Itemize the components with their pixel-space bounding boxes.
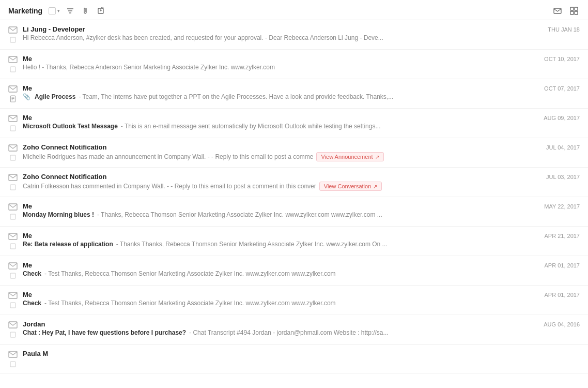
email-icon-area <box>8 114 18 132</box>
svg-rect-25 <box>9 263 17 269</box>
email-sender: Li Jung - Developer <box>23 25 541 33</box>
envelope-icon <box>8 262 18 270</box>
email-body-line: Catrin Folkesson has commented in Compan… <box>23 182 540 191</box>
email-preview: Hello ! - Thanks, Rebecca Anderson Senio… <box>23 64 275 71</box>
email-sender: Me <box>23 114 537 122</box>
email-list: Li Jung - DeveloperHi Rebecca Anderson, … <box>0 20 588 374</box>
envelope-icon <box>8 292 18 299</box>
email-icon-area <box>8 202 18 221</box>
view-announcement-button[interactable]: View Announcement ↗ <box>316 152 383 161</box>
svg-rect-7 <box>570 11 574 14</box>
svg-rect-20 <box>10 185 16 190</box>
svg-rect-16 <box>10 126 16 131</box>
svg-rect-12 <box>10 67 16 72</box>
header-left: Marketing ▾ <box>8 6 106 16</box>
svg-rect-32 <box>10 362 16 367</box>
sub-icon <box>9 213 17 221</box>
import-button[interactable] <box>96 6 106 16</box>
compose-button[interactable] <box>552 5 563 17</box>
svg-rect-24 <box>10 244 16 249</box>
email-body-line: Check- Test Thanks, Rebecca Thomson Seni… <box>23 270 538 277</box>
svg-rect-27 <box>9 292 17 299</box>
email-sender: Me <box>23 202 538 210</box>
svg-rect-6 <box>575 7 578 10</box>
email-item[interactable]: Zoho Connect NotificationMichelle Rodrig… <box>0 138 588 168</box>
sub-icon <box>9 65 17 73</box>
email-item[interactable]: MeRe: Beta release of application- Thank… <box>0 227 588 256</box>
envelope-icon <box>8 115 18 122</box>
filter-button[interactable] <box>65 6 75 16</box>
inline-attachment-icon: 📎 <box>23 93 30 100</box>
email-subject: Agile Process <box>35 93 75 100</box>
svg-rect-23 <box>9 233 17 240</box>
email-preview: - Team, The interns have put together a … <box>79 93 393 100</box>
envelope-icon <box>8 144 18 152</box>
email-icon-area <box>8 232 18 250</box>
svg-rect-19 <box>9 174 17 181</box>
email-item[interactable]: Paula M <box>0 345 588 374</box>
email-preview: - Test Thanks, Rebecca Thomson Senior Ma… <box>44 270 336 277</box>
envelope-icon <box>8 351 18 358</box>
envelope-icon <box>8 203 18 211</box>
email-content: MeMonday Morning blues !- Thanks, Rebecc… <box>23 202 538 218</box>
email-content: MeHello ! - Thanks, Rebecca Anderson Sen… <box>23 55 538 71</box>
email-preview: - Thanks Thanks, Rebecca Thomson Senior … <box>116 241 388 248</box>
email-item[interactable]: MeCheck- Test Thanks, Rebecca Thomson Se… <box>0 256 588 286</box>
svg-rect-29 <box>9 322 17 328</box>
email-preview: - Test Thanks, Rebecca Thomson Senior Ma… <box>44 300 336 307</box>
email-sender: Jordan <box>23 320 537 328</box>
email-item[interactable]: JordanChat : Hey Pat, I have few questio… <box>0 315 588 345</box>
sub-icon <box>9 242 17 250</box>
sub-icon <box>9 124 17 132</box>
email-item[interactable]: MeCheck- Test Thanks, Rebecca Thomson Se… <box>0 286 588 315</box>
email-preview: - Thanks, Rebecca Thomson Senior Marketi… <box>97 211 382 218</box>
email-item[interactable]: MeMonday Morning blues !- Thanks, Rebecc… <box>0 197 588 227</box>
email-body-line: Hi Rebecca Anderson, #zylker desk has be… <box>23 34 541 41</box>
chevron-down-icon: ▾ <box>57 8 60 13</box>
svg-rect-18 <box>10 155 16 160</box>
attachment-icon <box>82 7 90 15</box>
compose-icon <box>553 6 562 16</box>
email-body-line: 📎Agile Process- Team, The interns have p… <box>23 93 538 100</box>
email-icon-area <box>8 350 18 368</box>
email-body-line: Monday Morning blues !- Thanks, Rebecca … <box>23 211 538 218</box>
email-item[interactable]: MeMicrosoft Outlook Test Message- This i… <box>0 109 588 138</box>
external-link-icon: ↗ <box>373 184 377 189</box>
toolbar-icons: ▾ <box>49 6 106 16</box>
email-item[interactable]: Li Jung - DeveloperHi Rebecca Anderson, … <box>0 20 588 50</box>
svg-rect-26 <box>10 273 16 278</box>
filter-icon <box>66 7 74 15</box>
email-date: APR 01, 2017 <box>545 291 580 298</box>
svg-rect-11 <box>9 56 17 63</box>
external-link-icon: ↗ <box>375 154 379 160</box>
email-sender: Me <box>23 261 538 269</box>
email-sender: Me <box>23 232 538 240</box>
email-date: OCT 10, 2017 <box>544 55 580 62</box>
layout-button[interactable] <box>568 5 580 17</box>
email-icon-area <box>8 261 18 280</box>
app-container: Marketing ▾ <box>0 0 588 388</box>
email-item[interactable]: Me📎Agile Process- Team, The interns have… <box>0 79 588 109</box>
email-subject: Re: Beta release of application <box>23 241 113 248</box>
select-checkbox[interactable]: ▾ <box>49 7 60 14</box>
email-date: MAY 22, 2017 <box>544 202 580 210</box>
email-content: MeRe: Beta release of application- Thank… <box>23 232 538 248</box>
email-item[interactable]: MeHello ! - Thanks, Rebecca Anderson Sen… <box>0 50 588 79</box>
svg-rect-22 <box>10 214 16 219</box>
envelope-icon <box>8 56 18 63</box>
envelope-icon <box>8 85 18 93</box>
view-conversation-button[interactable]: View Conversation ↗ <box>319 182 382 191</box>
email-icon-area <box>8 25 18 44</box>
attachment-button[interactable] <box>81 6 91 16</box>
sub-icon <box>9 272 17 280</box>
email-sender: Zoho Connect Notification <box>23 173 540 181</box>
attachment-icon <box>9 95 17 103</box>
email-body-line: Microsoft Outlook Test Message- This is … <box>23 123 537 130</box>
email-icon-area <box>8 143 18 162</box>
email-subject: Microsoft Outlook Test Message <box>23 123 118 130</box>
page-title: Marketing <box>8 7 42 15</box>
header: Marketing ▾ <box>0 0 588 20</box>
email-body-line: Re: Beta release of application- Thanks … <box>23 241 538 248</box>
email-item[interactable]: Zoho Connect NotificationCatrin Folkesso… <box>0 168 588 197</box>
svg-rect-13 <box>9 86 17 92</box>
